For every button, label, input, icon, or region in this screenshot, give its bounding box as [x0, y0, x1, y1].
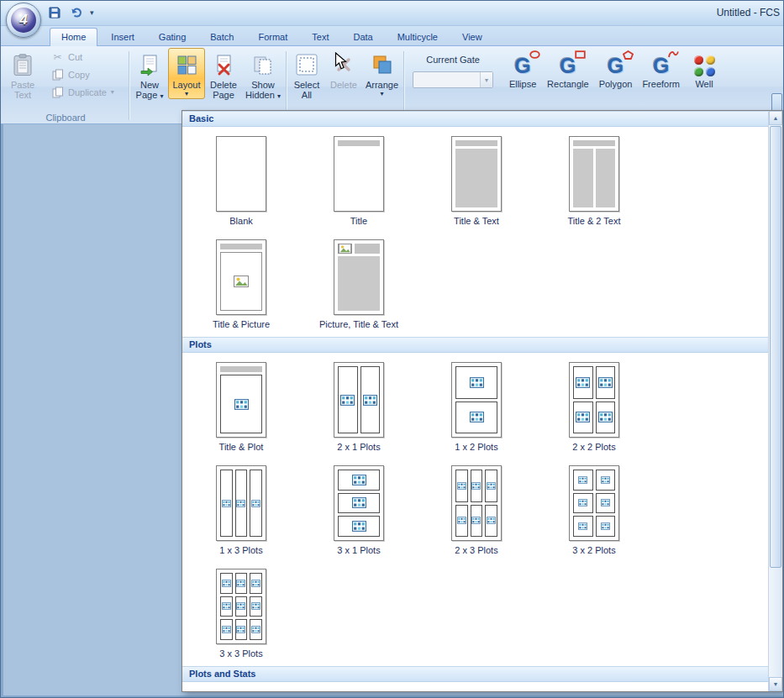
layout-option-3-x-3-plots[interactable]: 3 x 3 Plots [182, 563, 300, 666]
select-all-button[interactable]: Select All [288, 48, 325, 102]
layout-option-3-x-1-plots[interactable]: 3 x 1 Plots [300, 459, 418, 563]
plot-panel [235, 619, 248, 640]
layout-option-label: 2 x 1 Plots [337, 442, 380, 452]
layout-option-blank[interactable]: Blank [182, 130, 300, 234]
scroll-up-button[interactable]: ▲ [769, 111, 782, 125]
layout-option-label: 2 x 2 Plots [572, 442, 615, 452]
tab-batch[interactable]: Batch [199, 29, 245, 45]
plot-panel [485, 470, 497, 502]
layout-option-2-x-2-plots[interactable]: 2 x 2 Plots [535, 356, 653, 459]
plot-panel [220, 619, 233, 640]
tab-gating[interactable]: Gating [148, 29, 197, 45]
tab-multicycle[interactable]: Multicycle [387, 29, 449, 45]
layout-option-label: 2 x 3 Plots [455, 545, 497, 555]
plot-panel [455, 401, 497, 434]
new-page-caret-icon: ▾ [160, 92, 163, 100]
layout-gallery: BasicBlankTitleTitle & TextTitle & 2 Tex… [182, 110, 783, 692]
duplicate-button[interactable]: Duplicate ▾ [46, 83, 119, 101]
arrange-label: Arrange [366, 80, 398, 90]
plot-panel [471, 470, 483, 502]
layout-option-label: Title & 2 Text [568, 216, 621, 226]
scroll-down-button[interactable]: ▼ [769, 677, 782, 691]
show-hidden-button[interactable]: Show Hidden ▾ [242, 48, 284, 102]
plot-panel [573, 516, 593, 537]
paste-text-button[interactable]: Paste Text [4, 48, 41, 102]
layout-option-1-x-2-plots[interactable]: 1 x 2 Plots [418, 356, 535, 459]
delete-page-label-1: Delete [210, 80, 237, 90]
layout-option-2-x-3-plots[interactable]: 2 x 3 Plots [418, 459, 535, 563]
freeform-gate-button[interactable]: G Freeform [642, 52, 680, 89]
layout-option-3-x-2-plots[interactable]: 3 x 2 Plots [535, 459, 653, 563]
layout-option-label: Title [350, 216, 367, 226]
plot-panel [220, 573, 233, 594]
layout-option-plot-and-2-stats[interactable]: ΣΣPlot and 2 Stats [300, 685, 418, 691]
undo-button[interactable] [68, 4, 85, 21]
layout-option-label: Title & Text [454, 216, 499, 226]
plot-panel [596, 366, 616, 399]
layout-option-label: Title & Plot [219, 442, 264, 452]
cut-button[interactable]: ✂ Cut [46, 48, 119, 66]
tab-format[interactable]: Format [247, 29, 298, 45]
layout-label: Layout [172, 80, 200, 90]
tab-insert[interactable]: Insert [100, 29, 145, 45]
gallery-section-plots-and-stats: Plots and Stats [182, 666, 768, 682]
new-page-button[interactable]: New Page ▾ [131, 48, 168, 102]
save-button[interactable] [46, 4, 63, 21]
plot-panel [573, 366, 593, 399]
current-gate-caret-icon[interactable]: ▾ [480, 72, 492, 87]
tab-data[interactable]: Data [342, 29, 383, 45]
layout-option-title-text[interactable]: Title & Text [418, 130, 535, 234]
layout-option-label: Title & Picture [213, 319, 270, 329]
tab-text[interactable]: Text [301, 29, 339, 45]
rectangle-gate-button[interactable]: G Rectangle [547, 52, 589, 89]
rectangle-gate-icon: G [554, 52, 582, 79]
layout-option-plot-and-stat[interactable]: ΣPlot and Stat [182, 685, 300, 691]
undo-icon [70, 6, 83, 19]
plot-panel [455, 470, 468, 502]
freeform-gate-icon: G [647, 52, 676, 79]
layout-thumbnail [451, 465, 502, 541]
layout-option-title-picture[interactable]: Title & Picture [182, 234, 300, 337]
show-hidden-icon [252, 51, 274, 78]
arrange-button[interactable]: Arrange ▾ [362, 48, 402, 99]
plot-panel [250, 470, 262, 537]
gallery-scrollbar[interactable]: ▲ ▼ [768, 111, 782, 691]
layout-thumbnail [334, 136, 384, 212]
show-hidden-caret-icon: ▾ [277, 92, 281, 100]
well-gate-button[interactable]: Well [690, 52, 718, 89]
layout-icon [176, 51, 197, 78]
layout-thumbnail [334, 362, 384, 438]
app-menu-button[interactable]: 4 [6, 3, 41, 38]
layout-option-picture-title-text[interactable]: Picture, Title & Text [300, 234, 418, 337]
app-logo-icon: 4 [11, 8, 36, 33]
select-all-icon [296, 51, 318, 78]
qat-customize-caret-icon[interactable]: ▾ [90, 8, 94, 17]
plot-panel [338, 493, 380, 514]
quick-access-toolbar: ▾ [46, 4, 94, 21]
layout-option-title-plot[interactable]: Title & Plot [182, 356, 300, 459]
tab-home[interactable]: Home [50, 28, 97, 46]
layout-option-label: 1 x 3 Plots [219, 545, 262, 555]
gate-tools: G Ellipse G Rectangle [508, 48, 718, 89]
ellipse-gate-label: Ellipse [509, 79, 536, 89]
layout-option-2-x-1-plots[interactable]: 2 x 1 Plots [300, 356, 418, 459]
current-gate-combo[interactable]: ▾ [413, 71, 493, 88]
layout-button[interactable]: Layout ▾ [168, 48, 205, 99]
scrollbar-thumb[interactable] [770, 126, 781, 568]
ellipse-gate-button[interactable]: G Ellipse [508, 52, 537, 89]
title-bar: 4 ▾ Untitled - FCS [1, 1, 783, 26]
scrollbar-track[interactable] [769, 125, 782, 677]
delete-page-button[interactable]: Delete Page [205, 48, 242, 102]
layout-option-1-x-3-plots[interactable]: 1 x 3 Plots [182, 459, 300, 563]
layout-option-plots-and-stats-horizontal[interactable]: ΣΣPlots and Stats Horizontal [535, 685, 653, 691]
layout-thumbnail [216, 239, 266, 315]
polygon-gate-button[interactable]: G Polygon [599, 52, 633, 89]
layout-option-plots-and-stats-vertical[interactable]: ΣΣPlots and Stats Vertical [418, 685, 535, 691]
layout-option-label: 3 x 1 Plots [337, 545, 380, 555]
plot-panel [235, 470, 248, 537]
tab-view[interactable]: View [451, 29, 493, 45]
well-gate-icon [690, 52, 718, 79]
layout-option-title[interactable]: Title [300, 130, 418, 234]
copy-button[interactable]: Copy [46, 66, 119, 83]
layout-option-title-2-text[interactable]: Title & 2 Text [535, 130, 653, 234]
